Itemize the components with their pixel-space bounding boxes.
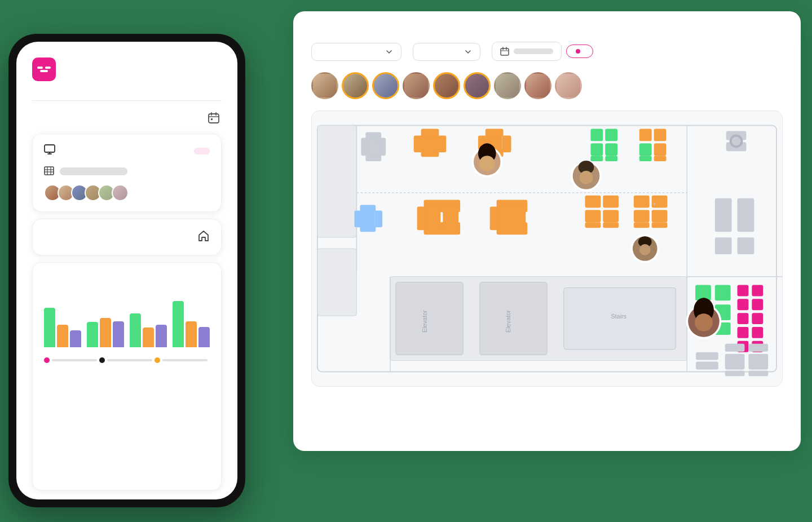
svg-rect-105 bbox=[738, 299, 749, 310]
svg-rect-94 bbox=[738, 198, 754, 232]
floor-filter bbox=[413, 39, 480, 61]
date-input[interactable] bbox=[492, 42, 562, 61]
svg-text:Stairs: Stairs bbox=[611, 313, 626, 320]
bar-group bbox=[130, 313, 167, 347]
person-avatar[interactable] bbox=[311, 72, 338, 99]
svg-rect-0 bbox=[37, 67, 43, 69]
svg-rect-91 bbox=[634, 222, 650, 228]
whos-in-section bbox=[32, 262, 222, 490]
date-filter bbox=[492, 42, 593, 61]
svg-rect-113 bbox=[696, 352, 718, 360]
desktop-panel: Elevator Elevator Stairs bbox=[293, 11, 801, 451]
svg-rect-51 bbox=[590, 129, 603, 141]
bar-group bbox=[44, 308, 81, 347]
filters-row bbox=[311, 38, 783, 61]
svg-rect-25 bbox=[396, 282, 463, 355]
person-avatar[interactable] bbox=[524, 72, 551, 99]
svg-point-134 bbox=[639, 244, 651, 255]
svg-rect-54 bbox=[605, 143, 617, 156]
svg-rect-80 bbox=[498, 207, 526, 231]
bar-group bbox=[173, 301, 210, 347]
person-avatar[interactable] bbox=[433, 72, 460, 99]
svg-rect-49 bbox=[502, 135, 511, 152]
svg-rect-75 bbox=[425, 207, 441, 231]
divider bbox=[32, 100, 222, 101]
svg-rect-89 bbox=[634, 210, 650, 222]
svg-rect-103 bbox=[738, 285, 749, 297]
svg-rect-46 bbox=[486, 129, 504, 137]
bar-purple bbox=[198, 327, 210, 347]
svg-rect-2 bbox=[40, 70, 48, 72]
svg-rect-110 bbox=[752, 327, 763, 338]
person-avatar[interactable] bbox=[372, 72, 399, 99]
people-row bbox=[311, 72, 783, 99]
phone bbox=[8, 34, 245, 507]
svg-rect-22 bbox=[317, 126, 357, 238]
building-bar bbox=[60, 167, 127, 175]
svg-rect-45 bbox=[422, 135, 438, 152]
bar-green bbox=[130, 313, 141, 347]
svg-rect-23 bbox=[317, 249, 357, 316]
today-card bbox=[32, 134, 222, 212]
dot-dark bbox=[99, 357, 105, 363]
bar-group bbox=[87, 318, 124, 347]
svg-rect-116 bbox=[748, 344, 768, 352]
svg-rect-95 bbox=[715, 237, 732, 254]
person-avatar[interactable] bbox=[555, 72, 582, 99]
svg-rect-58 bbox=[654, 129, 667, 141]
dot-bar bbox=[162, 359, 208, 361]
svg-rect-7 bbox=[211, 118, 213, 120]
svg-rect-38 bbox=[365, 154, 381, 161]
floor-select[interactable] bbox=[413, 43, 480, 61]
bar-orange bbox=[57, 325, 68, 347]
tomorrow-card bbox=[32, 219, 222, 255]
phone-screen bbox=[16, 42, 237, 499]
svg-rect-115 bbox=[725, 344, 745, 352]
svg-rect-108 bbox=[752, 313, 763, 324]
kadence-logo bbox=[32, 57, 56, 81]
floor-plan: Elevator Elevator Stairs bbox=[311, 110, 783, 387]
svg-point-126 bbox=[479, 156, 495, 171]
calendar-icon[interactable] bbox=[206, 110, 222, 126]
svg-rect-109 bbox=[738, 327, 749, 338]
svg-rect-118 bbox=[748, 354, 768, 370]
desk-row bbox=[44, 144, 210, 157]
svg-point-138 bbox=[695, 313, 713, 331]
bar-orange bbox=[143, 328, 154, 347]
building-select[interactable] bbox=[311, 43, 401, 61]
svg-rect-41 bbox=[421, 129, 439, 137]
svg-rect-1 bbox=[45, 67, 51, 69]
kadence-header bbox=[32, 57, 222, 81]
svg-rect-117 bbox=[725, 354, 745, 370]
svg-rect-82 bbox=[603, 196, 619, 208]
avatar bbox=[112, 184, 129, 201]
svg-rect-40 bbox=[379, 139, 386, 154]
svg-rect-60 bbox=[654, 143, 667, 156]
bar-green bbox=[173, 301, 184, 347]
person-avatar[interactable] bbox=[494, 72, 521, 99]
avatars-row bbox=[44, 184, 210, 201]
date-bar bbox=[514, 48, 553, 54]
bar-green bbox=[87, 322, 98, 347]
svg-rect-59 bbox=[639, 143, 652, 156]
svg-rect-86 bbox=[603, 222, 619, 228]
svg-rect-61 bbox=[639, 156, 652, 161]
dot-pink bbox=[44, 357, 50, 363]
person-avatar[interactable] bbox=[464, 72, 491, 99]
svg-text:Elevator: Elevator bbox=[421, 310, 428, 333]
live-badge[interactable] bbox=[566, 45, 593, 58]
bar-purple bbox=[70, 330, 81, 347]
bar-purple bbox=[156, 325, 167, 347]
svg-rect-81 bbox=[585, 196, 601, 208]
svg-rect-74 bbox=[417, 207, 426, 231]
svg-rect-88 bbox=[652, 196, 668, 208]
dot-bar bbox=[52, 359, 97, 361]
person-avatar[interactable] bbox=[342, 72, 369, 99]
building-icon bbox=[44, 165, 54, 178]
person-avatar[interactable] bbox=[403, 72, 430, 99]
monitor-icon bbox=[44, 144, 55, 157]
svg-point-130 bbox=[580, 171, 593, 184]
svg-rect-39 bbox=[368, 139, 374, 154]
svg-rect-53 bbox=[590, 143, 603, 156]
bar-chart bbox=[44, 282, 210, 350]
